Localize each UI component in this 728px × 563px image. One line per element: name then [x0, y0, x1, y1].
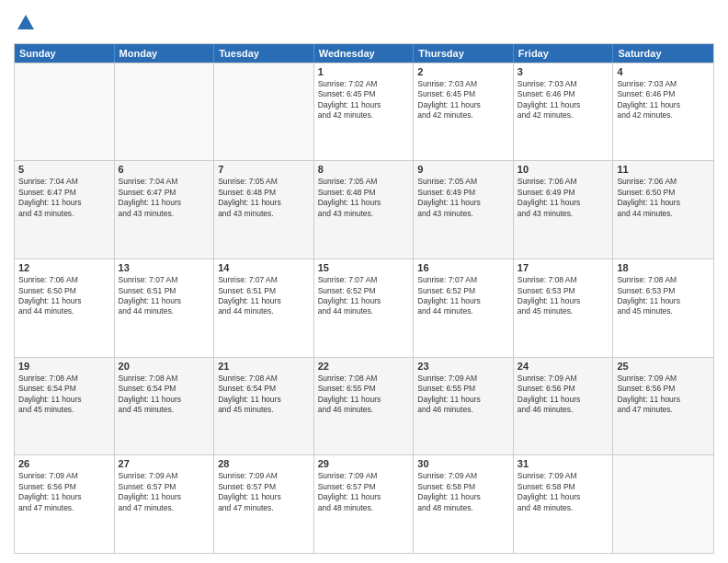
calendar-body: 1Sunrise: 7:02 AM Sunset: 6:45 PM Daylig…: [15, 63, 713, 553]
day-info: Sunrise: 7:07 AM Sunset: 6:52 PM Dayligh…: [318, 275, 410, 317]
day-cell-12: 12Sunrise: 7:06 AM Sunset: 6:50 PM Dayli…: [15, 259, 115, 357]
day-info: Sunrise: 7:03 AM Sunset: 6:46 PM Dayligh…: [617, 79, 710, 121]
day-number: 13: [119, 262, 210, 273]
day-cell-25: 25Sunrise: 7:09 AM Sunset: 6:56 PM Dayli…: [613, 358, 713, 455]
empty-cell: [613, 455, 713, 553]
day-cell-18: 18Sunrise: 7:08 AM Sunset: 6:53 PM Dayli…: [613, 259, 713, 357]
calendar: SundayMondayTuesdayWednesdayThursdayFrid…: [14, 43, 714, 554]
day-info: Sunrise: 7:07 AM Sunset: 6:52 PM Dayligh…: [417, 275, 509, 317]
day-cell-2: 2Sunrise: 7:03 AM Sunset: 6:45 PM Daylig…: [414, 63, 514, 161]
day-number: 12: [18, 262, 110, 273]
calendar-row-4: 26Sunrise: 7:09 AM Sunset: 6:56 PM Dayli…: [15, 454, 713, 553]
weekday-header-sunday: Sunday: [15, 44, 115, 63]
day-number: 15: [318, 262, 410, 273]
day-cell-6: 6Sunrise: 7:04 AM Sunset: 6:47 PM Daylig…: [115, 161, 215, 259]
day-info: Sunrise: 7:06 AM Sunset: 6:49 PM Dayligh…: [518, 177, 609, 219]
day-info: Sunrise: 7:05 AM Sunset: 6:48 PM Dayligh…: [318, 177, 410, 219]
day-number: 29: [318, 458, 410, 469]
day-info: Sunrise: 7:09 AM Sunset: 6:56 PM Dayligh…: [518, 373, 609, 416]
day-info: Sunrise: 7:05 AM Sunset: 6:48 PM Dayligh…: [218, 177, 310, 219]
day-cell-7: 7Sunrise: 7:05 AM Sunset: 6:48 PM Daylig…: [214, 161, 314, 259]
day-info: Sunrise: 7:09 AM Sunset: 6:58 PM Dayligh…: [417, 471, 509, 513]
day-info: Sunrise: 7:09 AM Sunset: 6:57 PM Dayligh…: [218, 471, 310, 513]
weekday-header-tuesday: Tuesday: [214, 44, 314, 63]
day-number: 30: [417, 458, 509, 469]
day-cell-20: 20Sunrise: 7:08 AM Sunset: 6:54 PM Dayli…: [115, 358, 215, 455]
day-number: 11: [617, 164, 710, 175]
logo: [14, 13, 36, 38]
day-cell-21: 21Sunrise: 7:08 AM Sunset: 6:54 PM Dayli…: [214, 358, 314, 455]
day-cell-5: 5Sunrise: 7:04 AM Sunset: 6:47 PM Daylig…: [15, 161, 115, 259]
day-cell-19: 19Sunrise: 7:08 AM Sunset: 6:54 PM Dayli…: [15, 358, 115, 455]
calendar-row-3: 19Sunrise: 7:08 AM Sunset: 6:54 PM Dayli…: [15, 357, 713, 455]
day-number: 31: [518, 458, 609, 469]
day-number: 18: [617, 262, 710, 273]
day-number: 8: [318, 164, 410, 175]
day-cell-27: 27Sunrise: 7:09 AM Sunset: 6:57 PM Dayli…: [115, 455, 215, 553]
weekday-header-saturday: Saturday: [613, 44, 713, 63]
empty-cell: [115, 63, 215, 161]
day-cell-31: 31Sunrise: 7:09 AM Sunset: 6:58 PM Dayli…: [514, 455, 614, 553]
day-info: Sunrise: 7:03 AM Sunset: 6:45 PM Dayligh…: [417, 79, 509, 121]
day-cell-15: 15Sunrise: 7:07 AM Sunset: 6:52 PM Dayli…: [314, 259, 415, 357]
day-info: Sunrise: 7:08 AM Sunset: 6:54 PM Dayligh…: [218, 373, 310, 416]
empty-cell: [214, 63, 314, 161]
day-cell-4: 4Sunrise: 7:03 AM Sunset: 6:46 PM Daylig…: [613, 63, 713, 161]
day-info: Sunrise: 7:09 AM Sunset: 6:55 PM Dayligh…: [417, 373, 509, 416]
day-info: Sunrise: 7:09 AM Sunset: 6:58 PM Dayligh…: [518, 471, 609, 513]
day-info: Sunrise: 7:02 AM Sunset: 6:45 PM Dayligh…: [318, 79, 410, 121]
day-info: Sunrise: 7:06 AM Sunset: 6:50 PM Dayligh…: [617, 177, 710, 219]
header: [14, 9, 714, 38]
calendar-row-0: 1Sunrise: 7:02 AM Sunset: 6:45 PM Daylig…: [15, 63, 713, 161]
day-number: 19: [18, 361, 110, 372]
day-info: Sunrise: 7:08 AM Sunset: 6:54 PM Dayligh…: [119, 373, 210, 416]
day-cell-30: 30Sunrise: 7:09 AM Sunset: 6:58 PM Dayli…: [414, 455, 514, 553]
day-number: 9: [417, 164, 509, 175]
day-cell-9: 9Sunrise: 7:05 AM Sunset: 6:49 PM Daylig…: [414, 161, 514, 259]
day-info: Sunrise: 7:04 AM Sunset: 6:47 PM Dayligh…: [18, 177, 110, 219]
day-number: 26: [18, 458, 110, 469]
day-number: 5: [18, 164, 110, 175]
day-number: 10: [518, 164, 609, 175]
day-info: Sunrise: 7:03 AM Sunset: 6:46 PM Dayligh…: [518, 79, 609, 121]
day-number: 6: [119, 164, 210, 175]
day-info: Sunrise: 7:07 AM Sunset: 6:51 PM Dayligh…: [119, 275, 210, 317]
day-info: Sunrise: 7:04 AM Sunset: 6:47 PM Dayligh…: [119, 177, 210, 219]
day-cell-22: 22Sunrise: 7:08 AM Sunset: 6:55 PM Dayli…: [314, 358, 415, 455]
day-cell-29: 29Sunrise: 7:09 AM Sunset: 6:57 PM Dayli…: [314, 455, 415, 553]
day-cell-10: 10Sunrise: 7:06 AM Sunset: 6:49 PM Dayli…: [514, 161, 614, 259]
day-number: 7: [218, 164, 310, 175]
svg-marker-0: [17, 15, 34, 29]
weekday-header-friday: Friday: [514, 44, 614, 63]
weekday-header-monday: Monday: [115, 44, 215, 63]
day-cell-8: 8Sunrise: 7:05 AM Sunset: 6:48 PM Daylig…: [314, 161, 415, 259]
day-number: 16: [417, 262, 509, 273]
day-info: Sunrise: 7:09 AM Sunset: 6:57 PM Dayligh…: [318, 471, 410, 513]
day-number: 17: [518, 262, 609, 273]
day-cell-26: 26Sunrise: 7:09 AM Sunset: 6:56 PM Dayli…: [15, 455, 115, 553]
day-cell-14: 14Sunrise: 7:07 AM Sunset: 6:51 PM Dayli…: [214, 259, 314, 357]
day-info: Sunrise: 7:09 AM Sunset: 6:56 PM Dayligh…: [617, 373, 710, 416]
day-cell-17: 17Sunrise: 7:08 AM Sunset: 6:53 PM Dayli…: [514, 259, 614, 357]
day-number: 1: [318, 66, 410, 77]
day-cell-1: 1Sunrise: 7:02 AM Sunset: 6:45 PM Daylig…: [314, 63, 415, 161]
day-number: 2: [417, 66, 509, 77]
day-number: 20: [119, 361, 210, 372]
day-number: 23: [417, 361, 509, 372]
day-info: Sunrise: 7:08 AM Sunset: 6:54 PM Dayligh…: [18, 373, 110, 416]
day-number: 14: [218, 262, 310, 273]
day-info: Sunrise: 7:06 AM Sunset: 6:50 PM Dayligh…: [18, 275, 110, 317]
day-cell-3: 3Sunrise: 7:03 AM Sunset: 6:46 PM Daylig…: [514, 63, 614, 161]
day-info: Sunrise: 7:07 AM Sunset: 6:51 PM Dayligh…: [218, 275, 310, 317]
day-cell-24: 24Sunrise: 7:09 AM Sunset: 6:56 PM Dayli…: [514, 358, 614, 455]
day-number: 21: [218, 361, 310, 372]
day-cell-16: 16Sunrise: 7:07 AM Sunset: 6:52 PM Dayli…: [414, 259, 514, 357]
day-info: Sunrise: 7:05 AM Sunset: 6:49 PM Dayligh…: [417, 177, 509, 219]
day-info: Sunrise: 7:08 AM Sunset: 6:55 PM Dayligh…: [318, 373, 410, 416]
weekday-header-thursday: Thursday: [414, 44, 514, 63]
day-number: 4: [617, 66, 710, 77]
day-cell-28: 28Sunrise: 7:09 AM Sunset: 6:57 PM Dayli…: [214, 455, 314, 553]
day-number: 27: [119, 458, 210, 469]
day-info: Sunrise: 7:09 AM Sunset: 6:56 PM Dayligh…: [18, 471, 110, 513]
day-cell-13: 13Sunrise: 7:07 AM Sunset: 6:51 PM Dayli…: [115, 259, 215, 357]
